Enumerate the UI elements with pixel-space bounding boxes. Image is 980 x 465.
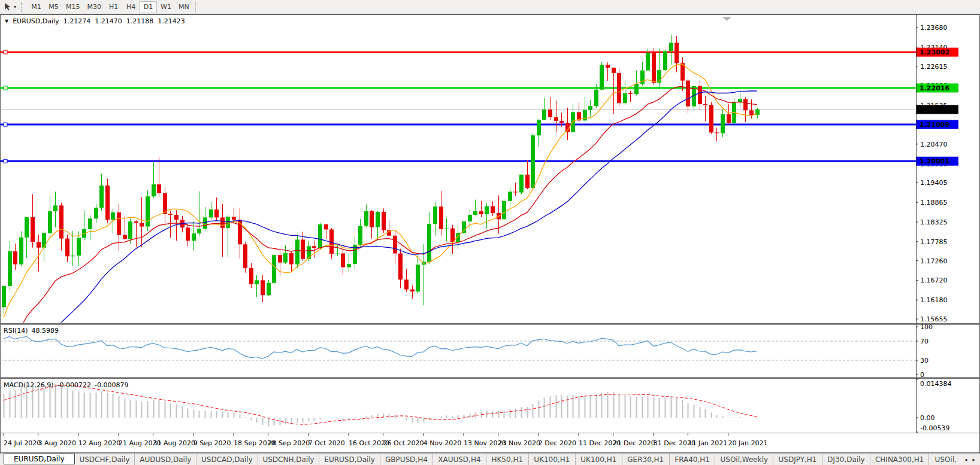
svg-text:1.23680: 1.23680 [920,24,948,32]
svg-text:-0.00539: -0.00539 [920,424,949,432]
svg-text:1.23002: 1.23002 [919,48,949,56]
chart-tab-usdcad-daily[interactable]: USDCAD,Daily [196,454,257,465]
chart-canvas[interactable]: 1.236801.231401.226151.220801.215351.204… [0,0,980,465]
svg-text:0.014384: 0.014384 [920,380,952,388]
svg-text:20 Jan 2021: 20 Jan 2021 [728,439,768,447]
svg-text:1.20001: 1.20001 [919,157,949,165]
candlesticks-layer[interactable] [2,35,760,314]
svg-text:1.16720: 1.16720 [920,276,948,284]
chart-tab-usoil-[interactable]: USOil, [928,454,962,465]
svg-text:1.19405: 1.19405 [920,179,948,187]
chart-tab-hk50-h1[interactable]: HK50,H1 [486,454,528,465]
chart-tab-usdcnh-daily[interactable]: USDCNH,Daily [258,454,319,465]
bid-price-label: 1.21423 [917,105,958,114]
rsi-indicator-label: RSI(14) 48.5989 [4,327,59,335]
svg-text:1.21009: 1.21009 [919,121,949,129]
svg-text:21 Dec 2020: 21 Dec 2020 [613,439,655,447]
hline-anchor[interactable] [4,123,7,126]
svg-text:1.21423: 1.21423 [919,106,949,114]
hline-anchor[interactable] [4,50,7,54]
svg-text:30: 30 [920,357,928,364]
svg-text:12 Aug 2020: 12 Aug 2020 [78,439,120,447]
ohlc-low: 1.21188 [126,17,154,25]
svg-text:1.18325: 1.18325 [920,218,948,226]
svg-text:1.17785: 1.17785 [920,238,948,246]
hline-price-label: 1.21009 [917,120,958,129]
chart-tab-usdchf-daily[interactable]: USDCHF,Daily [75,454,135,465]
chart-tab-eurusd-daily[interactable]: EURUSD,Daily [4,454,75,464]
rsi-name: RSI(14) [4,327,28,335]
hline-anchor[interactable] [4,86,7,90]
chart-tab-uk100-h1[interactable]: UK100,H1 [575,454,622,465]
svg-text:1.20470: 1.20470 [920,141,948,148]
chart-tab-audusd-daily[interactable]: AUDUSD,Daily [134,454,196,465]
rsi-value: 48.5989 [31,327,59,335]
hline-anchor[interactable] [4,159,7,163]
macd-indicator-label: MACD(12,26,9) -0.000722 -0.000879 [4,381,128,389]
macd-name: MACD(12,26,9) [4,381,54,389]
svg-text:28 Sep 2020: 28 Sep 2020 [268,439,310,447]
svg-text:11 Jan 2021: 11 Jan 2021 [688,439,727,447]
price-axis: 1.236801.231401.226151.220801.215351.204… [916,24,948,323]
chart-tab-uk100-h1[interactable]: UK100,H1 [528,454,575,465]
chart-tab-china300-h1[interactable]: CHINA300,H1 [870,454,928,465]
chart-tab-xauusd-h4[interactable]: XAUUSD,H4 [432,454,486,465]
svg-text:100: 100 [920,323,933,331]
svg-text:4 Nov 2020: 4 Nov 2020 [424,439,461,447]
svg-text:3 Aug 2020: 3 Aug 2020 [38,439,76,447]
chart-title: ▼ EURUSD,Daily 1.21274 1.21470 1.21188 1… [5,17,185,25]
svg-text:9 Sep 2020: 9 Sep 2020 [193,439,231,447]
svg-text:1.15655: 1.15655 [920,315,948,323]
svg-text:1.22016: 1.22016 [919,84,949,92]
rsi-line [4,336,757,358]
chart-tab-bar: EURUSD,DailyUSDCHF,DailyAUDUSD,DailyUSDC… [0,453,980,465]
tab-scroll-buttons: ◂▸ [962,454,980,465]
svg-text:7 Oct 2020: 7 Oct 2020 [308,439,345,447]
horizontal-line-objects[interactable] [0,50,916,163]
chart-title-caret-icon: ▼ [5,19,8,24]
ma-slow-line [4,91,757,389]
hline-price-label: 1.22016 [917,83,958,92]
svg-text:26 Oct 2020: 26 Oct 2020 [383,439,424,447]
macd-main-value: -0.000722 [58,381,91,389]
chart-symbol-period: EURUSD,Daily [13,17,59,25]
ohlc-close: 1.21423 [158,17,185,25]
macd-histogram [4,384,758,427]
svg-text:1.16180: 1.16180 [920,296,948,304]
hline-price-label: 1.20001 [917,157,958,166]
chart-tab-usoil-weekly[interactable]: USOil,Weekly [715,454,773,465]
chart-tab-dj30-daily[interactable]: DJ30,Daily [822,454,870,465]
ma-mid-line [4,87,757,354]
svg-text:24 Jul 2020: 24 Jul 2020 [4,439,41,447]
date-axis: 24 Jul 20203 Aug 202012 Aug 202021 Aug 2… [4,433,768,447]
chart-tab-eurusd-daily[interactable]: EURUSD,Daily [319,454,379,465]
ma-fast-line [4,64,757,317]
macd-signal-line [4,385,757,424]
tab-scroll-right-icon[interactable]: ▸ [972,457,975,463]
macd-panel: 0.0143840.00-0.00539 [4,379,952,432]
ohlc-high: 1.21470 [95,17,122,25]
svg-text:1.17260: 1.17260 [920,257,948,265]
svg-text:2 Dec 2020: 2 Dec 2020 [539,439,576,447]
svg-text:23 Nov 2020: 23 Nov 2020 [498,439,540,447]
svg-text:0.00: 0.00 [920,414,935,422]
svg-text:0: 0 [920,371,924,379]
tab-scroll-left-icon[interactable]: ◂ [964,457,967,463]
trading-terminal-window: ▾ M1M5M15M30H1H4D1W1MN 1.236801.231401.2… [0,0,980,465]
svg-text:31 Aug 2020: 31 Aug 2020 [153,439,195,447]
rsi-panel: 10070300 [0,323,933,379]
chart-tab-usdjpy-h1[interactable]: USDJPY,H1 [773,454,822,465]
svg-text:1.18865: 1.18865 [920,199,948,206]
chart-shift-marker-icon[interactable] [722,17,731,21]
macd-signal-value: -0.000879 [95,381,128,389]
hline-price-label: 1.23002 [917,48,958,57]
ohlc-open: 1.21274 [63,17,91,25]
chart-tab-ger30-h1[interactable]: GER30,H1 [622,454,669,465]
svg-text:70: 70 [920,338,928,345]
svg-text:1.22615: 1.22615 [920,63,948,71]
chart-tab-fra40-h1[interactable]: FRA40,H1 [669,454,715,465]
chart-tab-gbpusd-h4[interactable]: GBPUSD,H4 [380,454,432,465]
